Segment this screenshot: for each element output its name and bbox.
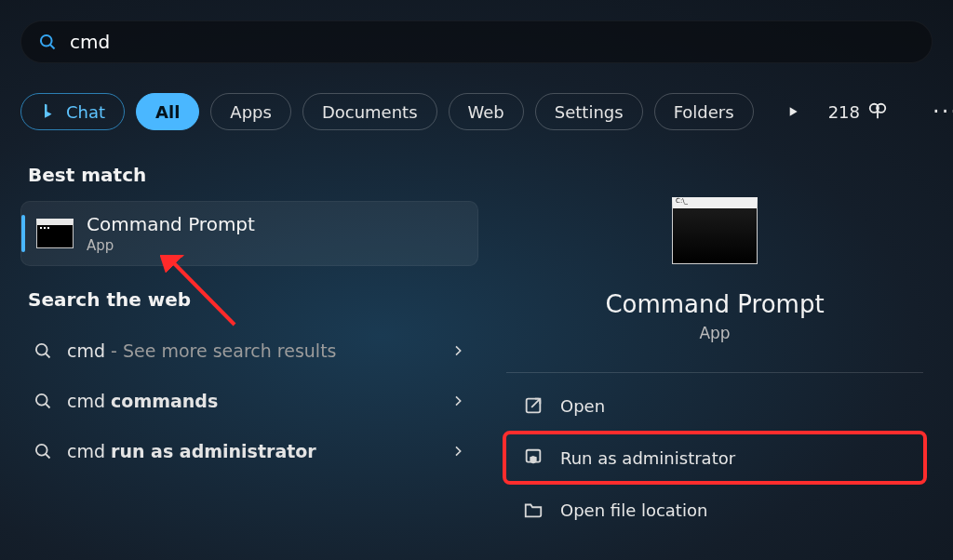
shield-icon	[523, 447, 544, 468]
tab-settings-label: Settings	[555, 102, 624, 122]
tab-all[interactable]: All	[136, 93, 199, 130]
tab-documents-label: Documents	[322, 102, 418, 122]
bing-chat-icon	[40, 102, 59, 121]
open-external-icon	[523, 395, 544, 416]
web-result-label: cmd run as administrator	[67, 441, 436, 461]
search-icon	[34, 392, 52, 410]
tab-apps-label: Apps	[230, 102, 272, 122]
more-icon[interactable]: ···	[929, 99, 953, 125]
search-input-value[interactable]: cmd	[70, 31, 110, 53]
search-icon	[38, 33, 57, 51]
svg-point-4	[36, 344, 47, 355]
search-web-heading: Search the web	[28, 288, 471, 311]
web-result-2[interactable]: cmd run as administrator	[20, 426, 478, 476]
tab-apps[interactable]: Apps	[210, 93, 291, 130]
svg-line-1	[50, 45, 55, 49]
chat-pill[interactable]: Chat	[20, 93, 125, 130]
rewards-points[interactable]: 218	[821, 101, 895, 122]
svg-point-6	[36, 394, 47, 406]
chevron-right-icon[interactable]	[450, 444, 465, 459]
tab-web[interactable]: Web	[449, 93, 524, 130]
svg-line-9	[46, 454, 50, 459]
command-prompt-icon	[36, 219, 74, 248]
action-run-as-admin[interactable]: Run as administrator	[504, 433, 925, 483]
preview-subtitle: App	[699, 324, 730, 342]
best-match-heading: Best match	[28, 164, 471, 186]
rewards-badge-icon	[867, 101, 888, 122]
best-match-title: Command Prompt	[87, 213, 255, 235]
svg-point-8	[36, 445, 47, 456]
web-result-0[interactable]: cmd - See more search results	[20, 326, 478, 376]
preview-title: Command Prompt	[605, 290, 824, 318]
results-left-column: Best match Command Prompt App Search the…	[20, 160, 478, 476]
action-open-file-location[interactable]: Open file location	[504, 485, 925, 535]
action-label: Open	[560, 396, 605, 416]
tab-web-label: Web	[468, 102, 504, 122]
chat-label: Chat	[66, 102, 105, 122]
svg-line-5	[46, 353, 50, 358]
rewards-points-value: 218	[828, 102, 860, 122]
tab-folders[interactable]: Folders	[654, 93, 754, 130]
web-result-label: cmd commands	[67, 391, 436, 411]
best-match-subtitle: App	[87, 237, 255, 254]
filter-tab-row: Chat All Apps Documents Web Settings Fol…	[20, 89, 933, 134]
search-bar[interactable]: cmd	[20, 20, 933, 63]
search-icon	[34, 442, 52, 460]
best-match-result[interactable]: Command Prompt App	[20, 201, 478, 266]
search-icon	[34, 341, 52, 360]
action-label: Open file location	[560, 500, 707, 520]
svg-line-7	[46, 404, 50, 408]
preview-pane: Command Prompt App Open Run as administr…	[497, 160, 933, 560]
action-label: Run as administrator	[560, 448, 735, 468]
divider	[506, 372, 923, 373]
action-open[interactable]: Open	[504, 380, 925, 431]
folder-icon	[523, 500, 544, 520]
chevron-right-icon[interactable]	[450, 343, 465, 358]
tab-settings[interactable]: Settings	[535, 93, 643, 130]
web-result-label: cmd - See more search results	[67, 340, 436, 361]
web-result-1[interactable]: cmd commands	[20, 376, 478, 426]
tab-documents[interactable]: Documents	[302, 93, 437, 130]
tab-folders-label: Folders	[674, 102, 734, 122]
chevron-right-icon[interactable]	[450, 393, 465, 408]
tab-all-label: All	[155, 102, 180, 122]
overflow-play-icon[interactable]	[776, 104, 810, 119]
command-prompt-icon-large	[672, 197, 758, 264]
svg-point-0	[41, 35, 52, 47]
